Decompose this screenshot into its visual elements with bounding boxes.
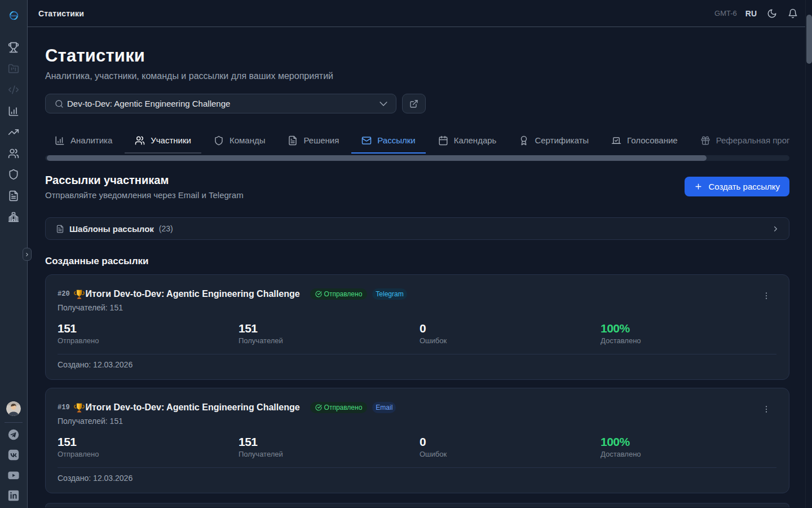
logo-icon bbox=[9, 11, 19, 20]
card-menu-button[interactable] bbox=[758, 401, 774, 417]
channel-badge: Telegram bbox=[372, 288, 407, 300]
trophy-emoji-icon bbox=[73, 288, 86, 300]
templates-row[interactable]: Шаблоны рассылок (23) bbox=[45, 217, 789, 240]
bell-icon bbox=[788, 8, 798, 19]
tab-label: Рассылки bbox=[377, 135, 415, 145]
topbar-right: GMT-6 RU bbox=[714, 8, 798, 19]
sidebar-item-kanban[interactable] bbox=[6, 63, 21, 75]
tab-calendar[interactable]: Календарь bbox=[428, 128, 507, 154]
mailing-card-title: Итоги Dev-to-Dev: Agentic Engineering Ch… bbox=[73, 401, 300, 414]
templates-label: Шаблоны рассылок bbox=[69, 224, 154, 234]
tab-referral[interactable]: Реферальная программа bbox=[690, 128, 790, 154]
stat-recipients: 151Получателей bbox=[239, 322, 420, 345]
users-icon bbox=[8, 148, 19, 159]
youtube-icon[interactable] bbox=[7, 469, 20, 481]
create-mailing-button[interactable]: Создать рассылку bbox=[685, 177, 789, 196]
stat-errors: 0Ошибок bbox=[420, 322, 601, 345]
tab-voting[interactable]: Голосование bbox=[601, 128, 688, 154]
circle-check-icon bbox=[315, 404, 322, 411]
sidebar-divider bbox=[5, 422, 23, 423]
tab-label: Календарь bbox=[454, 135, 497, 145]
tabs: Аналитика Участники Команды Решения Расс… bbox=[45, 128, 790, 154]
folder-kanban-icon bbox=[8, 63, 19, 75]
mail-icon bbox=[361, 135, 372, 146]
tab-teams[interactable]: Команды bbox=[204, 128, 276, 154]
code-icon bbox=[8, 84, 19, 95]
file-text-icon bbox=[288, 135, 298, 146]
moon-icon bbox=[767, 8, 777, 19]
tab-label: Решения bbox=[303, 135, 339, 145]
stat-sent: 151Отправлено bbox=[58, 322, 239, 345]
sidebar-item-teams[interactable] bbox=[6, 169, 21, 180]
mailing-title: Рассылки участникам bbox=[45, 173, 244, 187]
card-menu-button[interactable] bbox=[758, 288, 774, 304]
vote-icon bbox=[611, 135, 621, 146]
award-icon bbox=[519, 135, 529, 146]
sidebar-item-documents[interactable] bbox=[6, 190, 21, 202]
shield-icon bbox=[8, 169, 19, 180]
card-divider bbox=[58, 467, 776, 468]
event-select-value: Dev-to-Dev: Agentic Engineering Challeng… bbox=[67, 99, 378, 108]
chevron-right-icon bbox=[771, 225, 780, 233]
tab-solutions[interactable]: Решения bbox=[277, 128, 349, 154]
app-logo[interactable] bbox=[0, 2, 27, 29]
topbar-title: Статистики bbox=[38, 9, 84, 18]
gift-icon bbox=[700, 135, 710, 146]
language-switcher[interactable]: RU bbox=[745, 9, 757, 18]
stat-sent: 151Отправлено bbox=[58, 435, 239, 459]
sidebar-item-statistics[interactable] bbox=[6, 106, 21, 117]
card-divider bbox=[58, 354, 776, 354]
sidebar-item-organization[interactable] bbox=[6, 211, 21, 222]
sidebar-collapse-button[interactable] bbox=[23, 248, 32, 261]
tab-label: Голосование bbox=[627, 135, 678, 145]
avatar[interactable] bbox=[6, 401, 21, 416]
status-badge: Отправлено bbox=[310, 402, 368, 413]
stat-recipients: 151Получателей bbox=[239, 435, 420, 459]
chevron-right-icon bbox=[24, 252, 30, 257]
tab-analytics[interactable]: Аналитика bbox=[45, 128, 122, 154]
tab-label: Реферальная программа bbox=[716, 135, 790, 145]
timezone-label: GMT-6 bbox=[714, 9, 737, 17]
status-badge: Отправлено bbox=[310, 288, 368, 300]
topbar: Статистики GMT-6 RU bbox=[28, 0, 812, 27]
tab-participants[interactable]: Участники bbox=[125, 128, 201, 154]
calendar-icon bbox=[438, 135, 448, 146]
notifications-button[interactable] bbox=[788, 8, 798, 19]
tabs-scrollbar-thumb[interactable] bbox=[47, 155, 707, 161]
sidebar-item-trending[interactable] bbox=[6, 126, 21, 138]
sidebar-item-users[interactable] bbox=[6, 148, 21, 159]
mailing-card: #19 Итоги Dev-to-Dev: Agentic Engineerin… bbox=[45, 388, 789, 493]
create-mailing-label: Создать рассылку bbox=[708, 182, 780, 191]
theme-toggle-button[interactable] bbox=[767, 8, 777, 19]
tab-certificates[interactable]: Сертификаты bbox=[509, 128, 599, 154]
linkedin-icon[interactable] bbox=[7, 489, 20, 501]
window-scrollbar-thumb[interactable] bbox=[806, 15, 812, 64]
stat-delivered: 100%Доставлено bbox=[601, 435, 782, 459]
mailing-card-partial bbox=[45, 503, 789, 507]
open-event-button[interactable] bbox=[402, 94, 426, 113]
file-text-icon bbox=[56, 225, 64, 233]
vk-icon[interactable] bbox=[7, 449, 20, 461]
file-text-icon bbox=[8, 190, 19, 202]
trophy-icon bbox=[8, 42, 19, 53]
tab-label: Аналитика bbox=[70, 135, 112, 145]
recipients-line: Получателей: 151 bbox=[58, 303, 776, 313]
created-mailings-title: Созданные рассылки bbox=[45, 256, 789, 267]
tab-label: Участники bbox=[151, 135, 191, 145]
created-date: Создано: 12.03.2026 bbox=[58, 473, 776, 483]
tab-mailings[interactable]: Рассылки bbox=[351, 128, 425, 154]
sidebar bbox=[0, 0, 28, 508]
card-stats: 151Отправлено 151Получателей 0Ошибок 100… bbox=[58, 322, 776, 345]
sidebar-item-trophy[interactable] bbox=[6, 42, 21, 53]
users-icon bbox=[135, 135, 145, 146]
event-select[interactable]: Dev-to-Dev: Agentic Engineering Challeng… bbox=[45, 94, 396, 113]
recipients-line: Получателей: 151 bbox=[58, 416, 776, 426]
telegram-icon[interactable] bbox=[7, 428, 20, 440]
mailing-number: #19 bbox=[58, 404, 70, 411]
chevron-down-icon bbox=[378, 98, 389, 110]
mailing-subtitle: Отправляйте уведомления через Email и Te… bbox=[45, 190, 244, 201]
building-icon bbox=[8, 211, 19, 222]
sidebar-item-code[interactable] bbox=[6, 84, 21, 95]
tab-label: Команды bbox=[230, 135, 266, 145]
trophy-emoji-icon bbox=[73, 401, 86, 414]
